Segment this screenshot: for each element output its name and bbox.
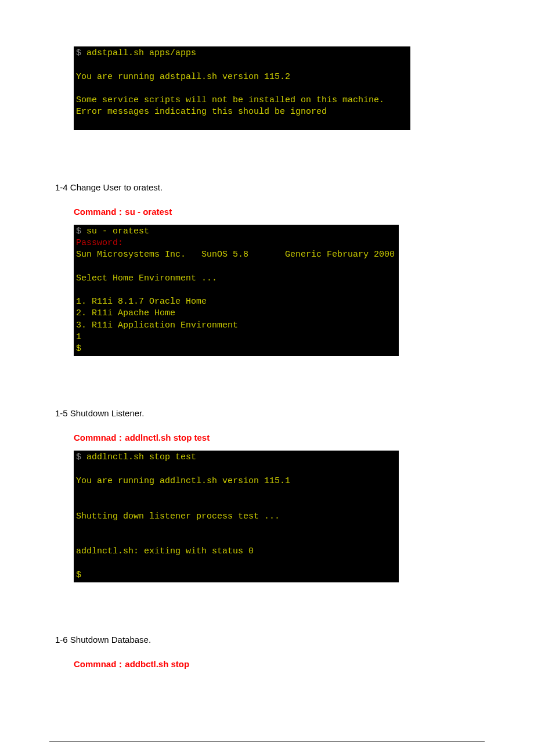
step-heading-1-5: 1-5 Shutdown Listener. <box>55 408 485 418</box>
terminal-line: addlnctl.sh: exiting with status 0 <box>76 546 254 556</box>
terminal-line: 3. R11i Application Environment <box>76 321 238 330</box>
terminal-output-adstpall: $ adstpall.sh apps/apps You are running … <box>74 46 410 130</box>
terminal-command: su - oratest <box>81 226 149 236</box>
terminal-line: Sun Microsystems Inc. SunOS 5.8 <box>76 250 248 260</box>
terminal-line: Select Home Environment ... <box>76 273 217 283</box>
command-line-addbctl: Commnad：addbctl.sh stop <box>74 659 485 670</box>
command-label: Commnad： <box>74 659 125 669</box>
command-label: Command： <box>74 207 125 217</box>
command-text: addlnctl.sh stop test <box>125 433 210 442</box>
terminal-line: You are running adstpall.sh version 115.… <box>76 72 290 82</box>
terminal-line: $ <box>76 344 81 354</box>
terminal-line: 1. R11i 8.1.7 Oracle Home <box>76 297 207 307</box>
terminal-command: addlnctl.sh stop test <box>81 452 196 462</box>
terminal-line: $ <box>76 570 81 580</box>
terminal-line: Generic February 2000 <box>248 250 395 260</box>
terminal-line: Error messages indicating this should be… <box>76 107 327 117</box>
command-line-addlnctl: Commnad：addlnctl.sh stop test <box>74 433 485 444</box>
command-text: su - oratest <box>125 207 172 217</box>
terminal-line: 2. R11i Apache Home <box>76 308 175 318</box>
terminal-line: You are running addlnctl.sh version 115.… <box>76 476 290 486</box>
terminal-command: adstpall.sh apps/apps <box>81 48 196 58</box>
terminal-prompt: $ <box>76 48 81 58</box>
terminal-output-su: $ su - oratest Password: Sun Microsystem… <box>74 225 399 357</box>
terminal-prompt: $ <box>76 452 81 462</box>
terminal-output-addlnctl: $ addlnctl.sh stop test You are running … <box>74 451 399 582</box>
step-heading-1-6: 1-6 Shutdown Database. <box>55 635 485 645</box>
footer-divider <box>49 741 485 741</box>
terminal-line: 1 <box>76 332 81 342</box>
terminal-prompt: $ <box>76 226 81 236</box>
terminal-password-label: Password: <box>76 238 123 248</box>
document-page: $ adstpall.sh apps/apps You are running … <box>0 0 534 712</box>
command-line-su: Command：su - oratest <box>74 207 485 218</box>
terminal-line: Some service scripts will not be install… <box>76 95 384 105</box>
step-heading-1-4: 1-4 Change User to oratest. <box>55 182 485 192</box>
command-text: addbctl.sh stop <box>125 659 189 669</box>
terminal-line: Shutting down listener process test ... <box>76 512 280 521</box>
command-label: Commnad： <box>74 433 125 442</box>
